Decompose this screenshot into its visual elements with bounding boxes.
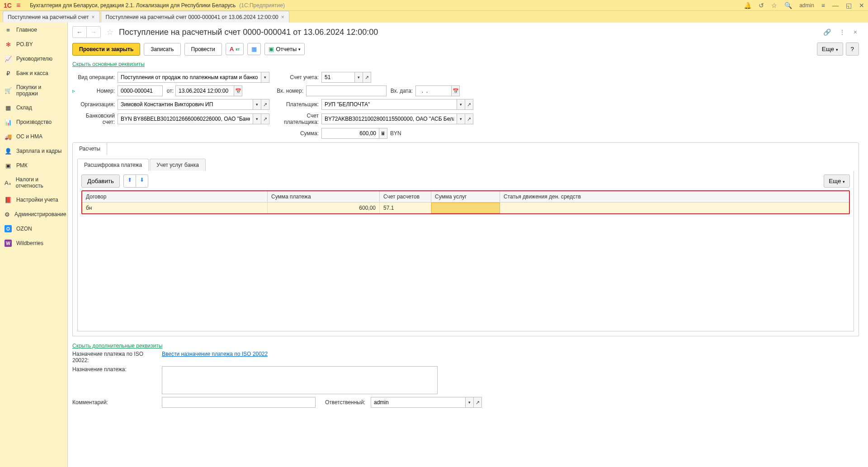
dropdown-icon[interactable]: ▾ <box>457 113 465 124</box>
save-button[interactable]: Записать <box>144 43 180 56</box>
sidebar-item-poby[interactable]: ✻PO.BY <box>0 37 67 52</box>
tab-bank-services[interactable]: Учет услуг банка <box>150 159 206 171</box>
menu-icon: ≡ <box>5 26 12 33</box>
sidebar-item-main[interactable]: ≡Главное <box>0 23 67 37</box>
close-icon[interactable]: × <box>281 14 284 20</box>
dropdown-icon[interactable]: ▾ <box>253 99 261 110</box>
sidebar-item-taxes[interactable]: АₓНалоги и отчетность <box>0 173 67 193</box>
purpose-textarea[interactable] <box>162 366 438 394</box>
calendar-icon[interactable]: 📅 <box>234 85 242 96</box>
hamburger-icon[interactable]: ≡ <box>16 1 25 9</box>
calculator-icon[interactable]: 🖩 <box>379 128 387 139</box>
dropdown-icon[interactable]: ▾ <box>253 113 261 124</box>
tab-payment-breakdown[interactable]: Расшифровка платежа <box>77 159 149 171</box>
operation-input[interactable] <box>118 72 261 83</box>
dropdown-icon[interactable]: ▾ <box>261 72 269 83</box>
document-tab-0[interactable]: Поступление на расчетный счет × <box>3 11 100 23</box>
app-platform: (1С:Предприятие) <box>239 2 285 9</box>
comment-input[interactable] <box>162 397 316 408</box>
col-header-contract[interactable]: Договор <box>82 191 268 202</box>
tab-settlements[interactable]: Расчеты <box>73 143 107 155</box>
ozon-icon: O <box>5 225 12 232</box>
star-icon[interactable]: ☆ <box>771 2 777 9</box>
in-number-input[interactable] <box>306 85 387 96</box>
bank-input[interactable] <box>118 113 253 124</box>
sidebar-item-wildberries[interactable]: WWildberries <box>0 236 67 250</box>
date-input[interactable] <box>175 85 234 96</box>
open-icon[interactable]: ↗ <box>465 99 473 110</box>
payer-account-input[interactable] <box>321 113 457 124</box>
link-icon[interactable]: 🔗 <box>821 27 833 38</box>
history-icon[interactable]: ↺ <box>759 2 764 9</box>
dropdown-icon[interactable]: ▾ <box>355 72 363 83</box>
favorite-star-icon[interactable]: ☆ <box>106 27 113 37</box>
hide-main-details-link[interactable]: Скрыть основные реквизиты <box>72 61 145 67</box>
cell-article[interactable] <box>500 203 849 213</box>
move-up-icon[interactable]: ⬆ <box>124 175 136 187</box>
table-row[interactable]: бн 600,00 57.1 <box>82 203 849 213</box>
sidebar-item-warehouse[interactable]: ▦Склад <box>0 100 67 115</box>
number-input[interactable] <box>118 85 163 96</box>
star-icon: ✻ <box>5 41 12 48</box>
col-header-sum[interactable]: Сумма платежа <box>268 191 380 202</box>
structure-button[interactable]: ▦ <box>247 43 261 55</box>
forward-button[interactable]: → <box>86 27 100 38</box>
nav-buttons: ← → <box>72 26 101 38</box>
account-input[interactable] <box>321 72 355 83</box>
sidebar-item-admin[interactable]: ⚙Администрирование <box>0 207 67 222</box>
sidebar-item-bank[interactable]: ₽Банк и касса <box>0 66 67 80</box>
open-icon[interactable]: ↗ <box>261 99 269 110</box>
in-date-label: Вх. дата: <box>388 88 415 94</box>
post-button[interactable]: Провести <box>184 43 222 56</box>
document-tab-1[interactable]: Поступление на расчетный счет 0000-00004… <box>101 11 289 23</box>
bell-icon[interactable]: 🔔 <box>744 2 751 9</box>
responsible-input[interactable] <box>371 397 466 408</box>
sidebar-item-production[interactable]: 📊Производство <box>0 115 67 129</box>
cell-contract[interactable]: бн <box>82 203 268 213</box>
sidebar-item-rmk[interactable]: ▣РМК <box>0 158 67 173</box>
open-icon[interactable]: ↗ <box>465 113 473 124</box>
more-button[interactable]: Еще ▾ <box>817 42 843 56</box>
cell-service[interactable] <box>431 203 500 213</box>
hide-additional-link[interactable]: Скрыть дополнительные реквизиты <box>72 343 162 349</box>
sidebar-item-salary[interactable]: 👤Зарплата и кадры <box>0 144 67 158</box>
move-down-icon[interactable]: ⬇ <box>136 175 148 187</box>
org-input[interactable] <box>118 99 253 110</box>
sum-input[interactable] <box>321 128 379 139</box>
payer-input[interactable] <box>321 99 457 110</box>
settings-icon[interactable]: ≡ <box>821 2 825 9</box>
sidebar-item-settings[interactable]: 📕Настройки учета <box>0 193 67 207</box>
iso-link[interactable]: Ввести назначение платежа по ISO 20022 <box>162 351 268 357</box>
tab-label: Поступление на расчетный счет <box>8 14 89 20</box>
more-vertical-icon[interactable]: ⋮ <box>837 27 847 38</box>
back-button[interactable]: ← <box>73 27 86 38</box>
cell-sum[interactable]: 600,00 <box>268 203 380 213</box>
calendar-icon[interactable]: 📅 <box>452 85 460 96</box>
sidebar-item-ozon[interactable]: OOZON <box>0 222 67 236</box>
dropdown-icon[interactable]: ▾ <box>466 397 474 408</box>
sidebar-item-manager[interactable]: 📈Руководителю <box>0 52 67 66</box>
close-icon[interactable]: × <box>92 14 95 20</box>
col-header-account[interactable]: Счет расчетов <box>380 191 431 202</box>
in-date-input[interactable] <box>415 85 452 96</box>
sidebar-item-assets[interactable]: 🚚ОС и НМА <box>0 129 67 144</box>
cell-account[interactable]: 57.1 <box>380 203 431 213</box>
search-icon[interactable]: 🔍 <box>784 2 792 9</box>
table-more-button[interactable]: Еще ▾ <box>824 175 850 188</box>
sidebar-item-purchases[interactable]: 🛒Покупки и продажи <box>0 80 67 100</box>
open-icon[interactable]: ↗ <box>363 72 371 83</box>
help-button[interactable]: ? <box>846 42 859 56</box>
post-and-close-button[interactable]: Провести и закрыть <box>72 43 140 56</box>
close-icon[interactable]: × <box>852 27 859 38</box>
open-icon[interactable]: ↗ <box>474 397 482 408</box>
dt-kt-button[interactable]: Акт <box>226 43 244 55</box>
restore-icon[interactable]: ◱ <box>846 2 852 9</box>
col-header-article[interactable]: Статья движения ден. средств <box>500 191 849 202</box>
close-window-icon[interactable]: ✕ <box>859 2 864 9</box>
reports-button[interactable]: ▣ Отчеты ▾ <box>264 43 305 55</box>
open-icon[interactable]: ↗ <box>261 113 269 124</box>
col-header-service[interactable]: Сумма услуг <box>431 191 500 202</box>
add-row-button[interactable]: Добавить <box>81 175 120 188</box>
minimize-icon[interactable]: — <box>832 2 839 9</box>
dropdown-icon[interactable]: ▾ <box>457 99 465 110</box>
